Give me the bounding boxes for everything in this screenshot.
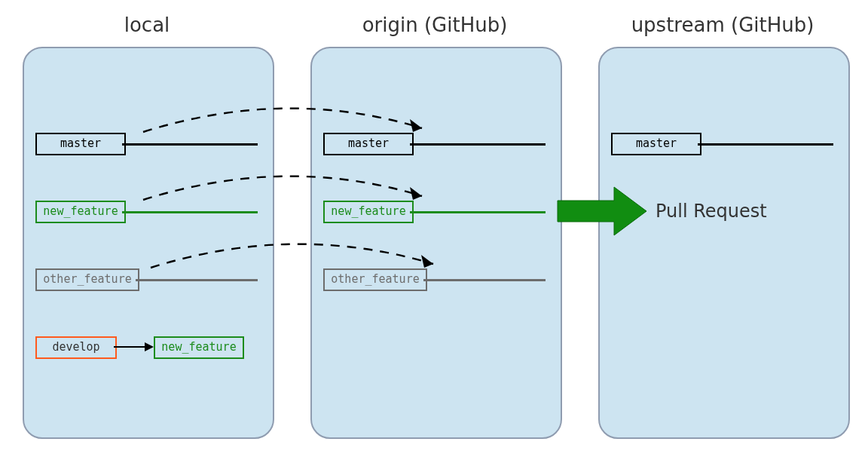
column-title-local: local [23, 14, 271, 36]
panel-local [23, 47, 274, 439]
panel-origin [310, 47, 562, 439]
branch-box-local-develop: develop [35, 336, 117, 359]
column-title-upstream: upstream (GitHub) [598, 14, 847, 36]
branch-box-local-other-feature: other_feature [35, 268, 139, 291]
branch-box-local-master: master [35, 133, 126, 155]
branch-box-origin-master: master [323, 133, 414, 155]
branch-box-local-develop-target: new_feature [154, 336, 244, 359]
branch-line-local-master [122, 143, 258, 146]
branch-box-origin-new-feature: new_feature [323, 201, 414, 223]
branch-line-origin-other-feature [423, 279, 546, 281]
branch-line-origin-new-feature [410, 211, 546, 213]
branch-line-local-other-feature [136, 279, 258, 281]
column-title-origin: origin (GitHub) [310, 14, 559, 36]
branch-line-upstream-master [698, 143, 833, 146]
diagram-canvas: local origin (GitHub) upstream (GitHub) … [0, 0, 868, 457]
panel-upstream [598, 47, 850, 439]
branch-box-local-new-feature: new_feature [35, 201, 126, 223]
branch-line-local-new-feature [122, 211, 258, 213]
pull-request-label: Pull Request [656, 201, 767, 222]
branch-box-upstream-master: master [611, 133, 701, 155]
branch-box-origin-other-feature: other_feature [323, 268, 427, 291]
branch-line-origin-master [410, 143, 546, 146]
